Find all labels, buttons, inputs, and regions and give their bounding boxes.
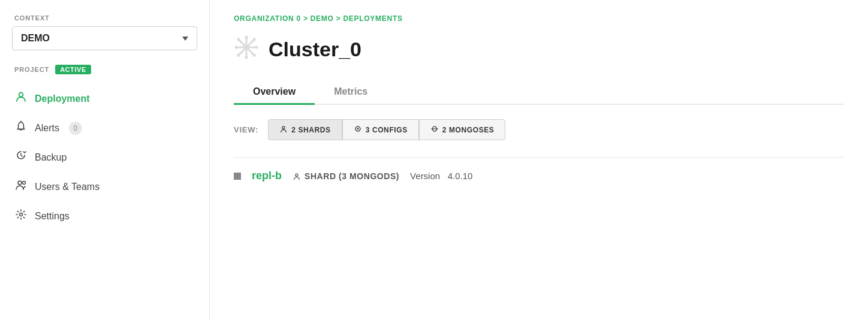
svg-point-14 (253, 38, 256, 41)
shard-icon (279, 125, 288, 135)
page-title-row: Cluster_0 (234, 35, 844, 64)
svg-point-13 (253, 54, 256, 57)
svg-point-9 (245, 56, 248, 59)
chevron-down-icon (182, 37, 188, 41)
svg-point-18 (357, 128, 358, 130)
svg-point-11 (255, 46, 258, 49)
sidebar-item-users-teams[interactable]: Users & Teams (0, 172, 209, 201)
backup-icon (14, 150, 28, 165)
svg-point-0 (19, 93, 23, 97)
config-icon (354, 125, 362, 135)
repl-color-indicator (234, 173, 241, 180)
view-label: VIEW: (234, 125, 258, 134)
sidebar-item-backup[interactable]: Backup (0, 143, 209, 172)
svg-point-3 (20, 213, 23, 216)
svg-point-12 (237, 38, 240, 41)
sidebar-item-settings-label: Settings (35, 211, 70, 222)
mongo-icon (430, 125, 439, 135)
page-title: Cluster_0 (269, 38, 361, 61)
sidebar-item-alerts[interactable]: Alerts 0 (0, 113, 209, 143)
context-selector[interactable]: DEMO (12, 26, 197, 50)
view-mongoses-button[interactable]: 2 MONGOSES (419, 119, 506, 140)
shard-small-icon (293, 172, 301, 180)
person-icon (14, 91, 28, 106)
repl-version: Version 4.0.10 (410, 171, 472, 181)
main-content: ORGANIZATION 0 > DEMO > DEPLOYMENTS Clus… (210, 0, 868, 320)
repl-name[interactable]: repl-b (252, 170, 282, 182)
sidebar-item-users-teams-label: Users & Teams (35, 182, 100, 192)
view-shards-button[interactable]: 2 SHARDS (268, 119, 342, 140)
svg-point-17 (282, 126, 285, 129)
active-badge: ACTIVE (55, 65, 91, 74)
svg-point-15 (237, 54, 240, 57)
tab-metrics[interactable]: Metrics (315, 80, 387, 105)
svg-point-2 (23, 182, 26, 185)
content-divider (234, 157, 844, 158)
svg-point-16 (244, 45, 249, 50)
project-row: PROJECT ACTIVE (0, 65, 209, 84)
tab-overview[interactable]: Overview (234, 80, 315, 105)
svg-point-1 (18, 181, 22, 185)
view-row: VIEW: 2 SHARDS 3 CONFIGS (234, 119, 844, 140)
view-configs-button[interactable]: 3 CONFIGS (342, 119, 419, 140)
cluster-icon (234, 35, 259, 64)
sidebar-item-alerts-label: Alerts (35, 123, 59, 134)
project-label: PROJECT (14, 66, 49, 73)
tabs-row: Overview Metrics (234, 80, 844, 105)
sidebar: CONTEXT DEMO PROJECT ACTIVE Deployment (0, 0, 210, 320)
gear-icon (14, 209, 28, 224)
sidebar-item-backup-label: Backup (35, 152, 67, 163)
alerts-badge: 0 (69, 122, 82, 135)
svg-point-8 (245, 36, 248, 39)
sidebar-item-settings[interactable]: Settings (0, 201, 209, 231)
svg-point-10 (235, 46, 238, 49)
repl-type: SHARD (3 mongods) (293, 171, 399, 181)
context-value: DEMO (21, 33, 50, 44)
sidebar-item-deployment-label: Deployment (35, 93, 90, 104)
svg-point-20 (296, 173, 298, 176)
sidebar-item-deployment[interactable]: Deployment (0, 84, 209, 113)
users-icon (14, 179, 28, 194)
sidebar-nav: Deployment Alerts 0 (0, 84, 209, 231)
breadcrumb: ORGANIZATION 0 > DEMO > DEPLOYMENTS (234, 14, 844, 23)
context-label: CONTEXT (0, 14, 209, 26)
bell-icon (14, 120, 28, 135)
repl-row: repl-b SHARD (3 mongods) Version 4.0.10 (234, 170, 844, 182)
